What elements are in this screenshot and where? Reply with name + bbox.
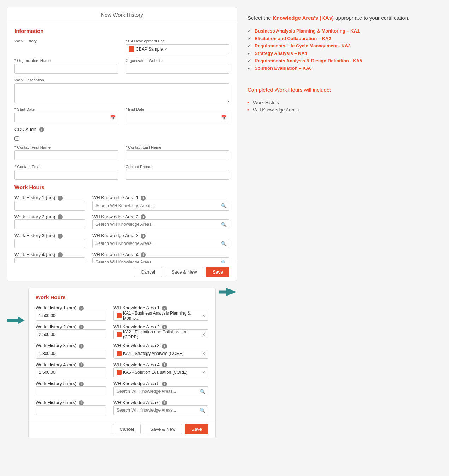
ka-section: Select the Knowledge Area's (KAs) approp… bbox=[247, 14, 442, 72]
contact-first-group: * Contact First Name bbox=[14, 145, 118, 160]
comp-wh6-left: Work History 6 (hrs) i bbox=[36, 400, 106, 415]
comp-wh-row-2: Work History 2 (hrs) i WH Knowledge Area… bbox=[36, 324, 208, 340]
new-work-history-panel: New Work History Information Work Histor… bbox=[7, 7, 237, 281]
contact-last-input[interactable] bbox=[126, 150, 229, 160]
wh1-search-icon: 🔍 bbox=[221, 203, 227, 208]
comp-wh3-ka-close[interactable]: × bbox=[202, 351, 205, 356]
bottom-save-button[interactable]: Save bbox=[185, 424, 208, 434]
comp-wh1-input[interactable] bbox=[36, 311, 106, 321]
wh4-search-input[interactable] bbox=[92, 257, 229, 263]
contact-first-input[interactable] bbox=[14, 150, 118, 160]
comp-wh5-search-input[interactable] bbox=[113, 386, 208, 396]
information-section-title: Information bbox=[14, 28, 229, 34]
comp-wh5-search-icon: 🔍 bbox=[200, 389, 205, 394]
org-website-input[interactable] bbox=[126, 64, 229, 74]
comp-wh4-right-info: i bbox=[162, 362, 167, 367]
comp-wh1-label: Work History 1 (hrs) i bbox=[36, 305, 84, 310]
end-date-label: * End Date bbox=[126, 107, 229, 111]
comp-wh1-ka-tag[interactable]: KA1 - Business Analysis Planning & Monit… bbox=[113, 311, 208, 321]
comp-wh5-input[interactable] bbox=[36, 386, 106, 396]
contact-phone-group: Contact Phone bbox=[126, 165, 229, 180]
comp-wh5-left: Work History 5 (hrs) i bbox=[36, 381, 106, 396]
panel-title: New Work History bbox=[7, 7, 237, 22]
comp-wh6-input[interactable] bbox=[36, 405, 106, 415]
wh1-input[interactable] bbox=[14, 201, 85, 211]
completed-item-2: WH Knowledge Area's bbox=[247, 106, 442, 114]
wh3-search-input[interactable] bbox=[92, 239, 229, 248]
bottom-cancel-button[interactable]: Cancel bbox=[113, 424, 140, 434]
right-arrow-container bbox=[216, 288, 237, 302]
comp-wh3-ka-tag[interactable]: KA4 - Strategy Analysis (CORE) × bbox=[113, 349, 208, 359]
contact-email-label: * Contact Email bbox=[14, 165, 118, 169]
start-date-wrap: 📅 bbox=[14, 113, 118, 122]
end-date-input[interactable] bbox=[126, 113, 229, 122]
wh2-search-input[interactable] bbox=[92, 219, 229, 229]
wh3-right-info-icon: i bbox=[141, 234, 146, 239]
comp-wh3-label: Work History 3 (hrs) i bbox=[36, 343, 84, 348]
org-name-group: * Organization Name bbox=[14, 58, 118, 74]
contact-email-input[interactable] bbox=[14, 170, 118, 180]
org-website-group: Organization Website bbox=[126, 58, 229, 74]
comp-wh6-right: WH Knowledge Area 6 i 🔍 bbox=[113, 400, 208, 415]
wh3-right: WH Knowledge Area 3 i 🔍 bbox=[92, 233, 229, 248]
wh2-left-label: Work History 2 (hrs) i bbox=[14, 214, 63, 219]
comp-wh6-right-label: WH Knowledge Area 6 i bbox=[113, 400, 167, 405]
ba-dev-log-tag-close[interactable]: × bbox=[164, 47, 167, 52]
comp-wh2-input[interactable] bbox=[36, 329, 106, 339]
cdu-checkbox-row bbox=[14, 136, 229, 141]
cdu-audit-label: CDU Audit bbox=[14, 127, 36, 132]
right-arrow-shape bbox=[219, 288, 237, 296]
cancel-button[interactable]: Cancel bbox=[134, 267, 162, 277]
comp-wh-row-3: Work History 3 (hrs) i WH Knowledge Area… bbox=[36, 343, 208, 359]
comp-wh2-label: Work History 2 (hrs) i bbox=[36, 324, 84, 329]
org-name-input[interactable] bbox=[14, 64, 118, 74]
ka-list-item-5: Requirements Analysis & Design Definitio… bbox=[247, 57, 442, 64]
completed-list: Work History WH Knowledge Area's bbox=[247, 99, 442, 114]
comp-wh5-right-info: i bbox=[162, 382, 167, 386]
wh-row-4: Work History 4 (hrs) i WH Knowledge Area… bbox=[14, 252, 229, 263]
ba-dev-log-tag: CBAP Sample × bbox=[129, 46, 167, 52]
comp-wh1-ka-close[interactable]: × bbox=[202, 313, 205, 319]
ba-dev-log-field[interactable]: CBAP Sample × bbox=[126, 44, 229, 54]
comp-wh1-left: Work History 1 (hrs) i bbox=[36, 305, 106, 321]
wh4-input[interactable] bbox=[14, 257, 85, 263]
org-website-label: Organization Website bbox=[126, 58, 229, 63]
wh3-search-wrap: 🔍 bbox=[92, 239, 229, 248]
comp-wh4-ka-close[interactable]: × bbox=[202, 369, 205, 375]
wh2-input[interactable] bbox=[14, 219, 85, 229]
comp-wh6-search-input[interactable] bbox=[113, 405, 208, 415]
wh3-right-label: WH Knowledge Area 3 i bbox=[92, 233, 146, 238]
comp-wh4-ka-tag[interactable]: KA6 - Solution Evaluation (CORE) × bbox=[113, 367, 208, 377]
work-desc-group: Work Description bbox=[14, 78, 229, 103]
wh1-left: Work History 1 (hrs) i bbox=[14, 195, 85, 211]
wh2-right: WH Knowledge Area 2 i 🔍 bbox=[92, 214, 229, 230]
wh-row-1: Work History 1 (hrs) i WH Knowledge Area… bbox=[14, 195, 229, 211]
completed-section-title: Completed Work Hours will include: bbox=[247, 86, 442, 94]
ba-dev-log-group: * BA Development Log CBAP Sample × bbox=[126, 39, 229, 54]
comp-wh2-ka-close[interactable]: × bbox=[202, 332, 205, 337]
save-new-button[interactable]: Save & New bbox=[165, 267, 204, 277]
cdu-audit-checkbox[interactable] bbox=[14, 136, 19, 141]
comp-wh1-right-info: i bbox=[162, 306, 167, 311]
comp-wh1-ka-icon bbox=[117, 313, 122, 318]
save-button[interactable]: Save bbox=[206, 267, 229, 277]
contact-last-label: * Contact Last Name bbox=[126, 145, 229, 149]
comp-wh3-input[interactable] bbox=[36, 349, 106, 359]
comp-wh4-ka-text: KA6 - Solution Evaluation (CORE) bbox=[123, 370, 201, 375]
bottom-save-new-button[interactable]: Save & New bbox=[144, 424, 182, 434]
comp-wh4-input[interactable] bbox=[36, 367, 106, 377]
contact-last-group: * Contact Last Name bbox=[126, 145, 229, 160]
wh3-input[interactable] bbox=[14, 239, 85, 248]
work-desc-textarea[interactable] bbox=[14, 83, 229, 103]
ka-list-item-1: Business Analysis Planning & Monitoring … bbox=[247, 27, 442, 35]
contact-phone-input[interactable] bbox=[126, 170, 229, 180]
ba-dev-log-tag-icon bbox=[129, 46, 134, 52]
cdu-audit-row: CDU Audit i bbox=[14, 127, 229, 132]
comp-wh1-right: WH Knowledge Area 1 i KA1 - Business Ana… bbox=[113, 305, 208, 321]
work-desc-label: Work Description bbox=[14, 78, 229, 82]
comp-wh2-ka-tag[interactable]: KA2 - Elicitation and Collaboration (COR… bbox=[113, 329, 208, 339]
wh1-search-input[interactable] bbox=[92, 201, 229, 211]
start-date-input[interactable] bbox=[14, 113, 118, 122]
comp-wh5-right: WH Knowledge Area 5 i 🔍 bbox=[113, 381, 208, 396]
page-container: New Work History Information Work Histor… bbox=[7, 7, 442, 438]
